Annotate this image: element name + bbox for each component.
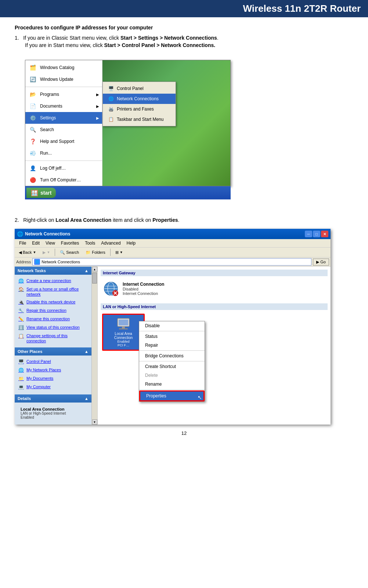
turnoff-icon: 🔴	[28, 176, 37, 184]
settings-conn-icon: 📋	[18, 333, 24, 339]
views-button[interactable]: ⊞ ▼	[113, 249, 126, 256]
sidebar-view-status[interactable]: ℹ️ View status of this connection	[18, 324, 89, 332]
menu-item-turnoff[interactable]: 🔴 Turn Off Computer…	[25, 174, 102, 186]
sidebar-my-documents[interactable]: 📁 My Documents	[18, 375, 89, 383]
details-section: Details ▲ Local Area Connection LAN or H…	[15, 394, 91, 424]
other-places-content: 🖥️ Control Panel 🌐 My Network Places 📁 M…	[15, 356, 91, 394]
main-content: Procedures to configure IP addresses for…	[0, 17, 368, 449]
cp-icon: 🖥️	[107, 85, 115, 92]
catalog-icon: 🗂️	[28, 63, 37, 72]
menu-item-run[interactable]: 💨 Run...	[25, 147, 102, 159]
ctx-shortcut[interactable]: Create Shortcut	[139, 362, 205, 371]
nc-title-group: 🌐 Network Connections	[17, 231, 70, 237]
scroll-up-arrow[interactable]: ▲	[92, 267, 97, 272]
menu-item-settings[interactable]: ⚙️ Settings ▶	[25, 112, 102, 124]
menu-edit[interactable]: Edit	[29, 240, 43, 246]
ctx-bridge[interactable]: Bridge Connections	[139, 351, 205, 360]
toolbar-sep-2	[110, 249, 111, 256]
menu-item-catalog[interactable]: 🗂️ Windows Catalog	[25, 62, 102, 73]
menu-tools[interactable]: Tools	[82, 240, 98, 246]
menu-help[interactable]: Help	[124, 240, 139, 246]
ctx-repair[interactable]: Repair	[139, 341, 205, 350]
network-tasks-collapse[interactable]: ▲	[84, 268, 89, 273]
properties-highlight: Properties ↖	[139, 390, 205, 401]
menu-item-search[interactable]: 🔍 Search	[25, 124, 102, 136]
nc-main-area: ▲ ▼ Internet Gateway	[92, 267, 331, 425]
nc-body: Network Tasks ▲ 🌐 Create a new connectio…	[15, 267, 331, 425]
menu-advanced[interactable]: Advanced	[98, 240, 123, 246]
update-icon: 🔄	[28, 75, 37, 84]
go-icon: ▶	[316, 260, 319, 264]
back-label: Back	[23, 250, 32, 255]
sidebar-disable-device[interactable]: 🔌 Disable this network device	[18, 298, 89, 307]
start-button[interactable]: 🪟 start	[26, 188, 56, 198]
sidebar-change-settings[interactable]: 📋 Change settings of this connection	[18, 332, 89, 345]
forward-dropdown: ▼	[47, 250, 50, 254]
cp-sidebar-icon: 🖥️	[18, 359, 24, 365]
other-places-collapse[interactable]: ▲	[84, 349, 89, 354]
views-icon: ⊞	[115, 250, 119, 255]
sidebar-control-panel[interactable]: 🖥️ Control Panel	[18, 358, 89, 366]
details-header: Details ▲	[15, 394, 91, 403]
disable-label: Disable this network device	[26, 299, 75, 304]
sidebar-setup-home[interactable]: 🏠 Set up a home or small office network	[18, 285, 89, 298]
sidebar-scrollbar[interactable]: ▲ ▼	[92, 267, 98, 425]
ig-info: Internet Connection Disabled Internet Co…	[123, 282, 164, 296]
submenu-taskbar[interactable]: 📋 Taskbar and Start Menu	[103, 114, 176, 125]
scroll-down-arrow[interactable]: ▼	[92, 419, 97, 425]
address-go-button[interactable]: ▶ Go	[313, 259, 329, 266]
menu-view[interactable]: View	[43, 240, 58, 246]
menu-item-programs[interactable]: 📂 Programs ▶	[25, 89, 102, 100]
lan-item-sub: PCI F…	[118, 343, 129, 347]
address-field[interactable]: 🌐 Network Connections	[32, 258, 311, 266]
maximize-button[interactable]: □	[313, 231, 320, 237]
menu-file[interactable]: File	[16, 240, 29, 246]
folders-label: Folders	[92, 250, 105, 255]
lan-items-container: Local Area Connection Enabled PCI F… Dis…	[101, 312, 328, 352]
details-type: LAN or High-Speed Internet	[21, 411, 86, 415]
network-places-icon: 🌐	[18, 368, 24, 374]
winxp-taskbar: 🪟 start	[25, 186, 231, 199]
repair-label: Repair this connection	[26, 308, 66, 313]
catalog-label: Windows Catalog	[40, 65, 74, 70]
ctx-status[interactable]: Status	[139, 332, 205, 341]
ctx-disable[interactable]: Disable	[139, 321, 205, 330]
sidebar-rename[interactable]: ✏️ Rename this connection	[18, 315, 89, 324]
step-1-line2: If you are in Start menu view, click Sta…	[25, 42, 353, 48]
ctx-rename[interactable]: Rename	[139, 380, 205, 389]
menu-item-update[interactable]: 🔄 Windows Update	[25, 73, 102, 85]
scroll-thumb[interactable]	[92, 273, 97, 284]
sidebar-create-connection[interactable]: 🌐 Create a new connection	[18, 277, 89, 285]
page-header: Wireless 11n 2T2R Router	[0, 0, 368, 17]
menu-favorites[interactable]: Favorites	[58, 240, 82, 246]
minimize-button[interactable]: ─	[305, 231, 312, 237]
lan-connection-item[interactable]: Local Area Connection Enabled PCI F…	[103, 315, 144, 350]
menu-item-logoff[interactable]: 👤 Log Off jeff…	[25, 162, 102, 174]
close-button[interactable]: ✕	[321, 231, 328, 237]
cp-sidebar-label: Control Panel	[26, 359, 51, 364]
internet-gateway-group: Internet Gateway	[101, 270, 328, 299]
sidebar-my-computer[interactable]: 💻 My Computer	[18, 383, 89, 392]
lan-item-name: Local Area Connection	[106, 332, 141, 340]
nc-menubar: File Edit View Favorites Tools Advanced …	[15, 239, 331, 248]
address-text: Network Connections	[42, 260, 80, 264]
forward-button[interactable]: ▶ ▼	[40, 249, 53, 256]
nc-window: 🌐 Network Connections ─ □ ✕ File Edit Vi…	[15, 229, 331, 425]
search-button[interactable]: 🔍 Search	[57, 249, 82, 256]
ctx-properties[interactable]: Properties ↖	[140, 392, 203, 400]
details-collapse[interactable]: ▲	[84, 396, 89, 401]
lan-header: LAN or High-Speed Internet	[101, 303, 328, 310]
sidebar-repair[interactable]: 🔧 Repair this connection	[18, 307, 89, 315]
menu-item-help[interactable]: ❓ Help and Support	[25, 136, 102, 147]
internet-gateway-item[interactable]: Internet Connection Disabled Internet Co…	[101, 278, 328, 299]
folders-button[interactable]: 📁 Folders	[83, 249, 108, 256]
submenu-control-panel[interactable]: 🖥️ Control Panel	[103, 83, 176, 94]
screenshot-start-menu: 🗂️ Windows Catalog 🔄 Windows Update 📂 Pr…	[25, 60, 231, 199]
submenu-network-connections[interactable]: 🌐 Network Connections	[103, 94, 176, 104]
lan-highlight-border: Local Area Connection Enabled PCI F…	[102, 314, 145, 351]
run-icon: 💨	[28, 149, 37, 158]
sidebar-my-network-places[interactable]: 🌐 My Network Places	[18, 366, 89, 375]
submenu-printers[interactable]: 🖨️ Printers and Faxes	[103, 104, 176, 114]
menu-item-documents[interactable]: 📄 Documents ▶	[25, 100, 102, 112]
back-button[interactable]: ◀ Back ▼	[16, 249, 39, 256]
